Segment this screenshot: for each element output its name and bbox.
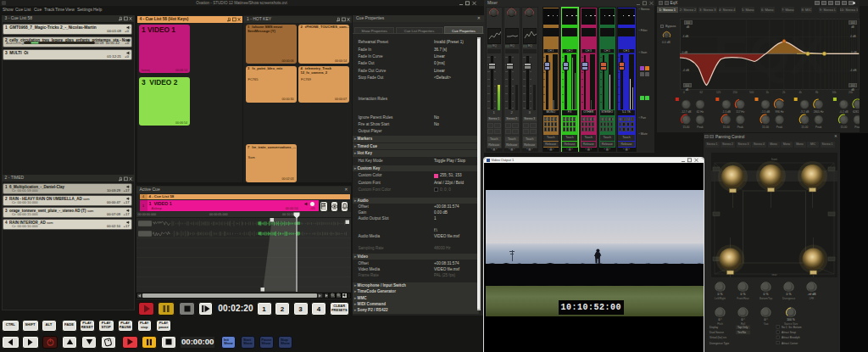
svg-text:-0.2 dB: -0.2 dB <box>839 110 848 114</box>
svg-text:15.00: 15.00 <box>801 126 808 129</box>
svg-text:Roll: Roll <box>740 322 745 326</box>
svg-text:Peak: Peak <box>815 126 822 129</box>
svg-text:No 2. Src Bottom: No 2. Src Bottom <box>782 326 802 329</box>
svg-text:front: front <box>771 158 777 161</box>
svg-text:2805 Hz: 2805 Hz <box>814 110 824 114</box>
svg-text:Source Size: Source Size <box>783 322 798 326</box>
svg-text:Pitch: Pitch <box>717 322 723 326</box>
svg-text:Yes/No: Yes/No <box>737 331 746 334</box>
svg-text:Virtual (far) src: Virtual (far) src <box>709 336 727 339</box>
svg-text:15.00: 15.00 <box>840 126 847 129</box>
svg-text:Peak: Peak <box>776 126 783 129</box>
svg-text:Display: Display <box>709 326 719 329</box>
svg-text:Peak: Peak <box>854 126 860 129</box>
svg-text:Yaw: Yaw <box>763 322 768 326</box>
svg-text:Peak: Peak <box>737 126 744 129</box>
svg-text:15.00: 15.00 <box>723 126 730 129</box>
svg-text:Attract Snap: Attract Snap <box>782 331 796 334</box>
svg-text:Bottom/Top: Bottom/Top <box>759 297 772 300</box>
svg-text:Attract Bisodiph: Attract Bisodiph <box>782 336 800 339</box>
svg-text:Left/Right: Left/Right <box>715 297 726 300</box>
svg-text:Divergence Type: Divergence Type <box>709 342 729 345</box>
svg-text:Front/Rear: Front/Rear <box>737 297 748 300</box>
svg-text:-1.5 dB: -1.5 dB <box>761 110 770 114</box>
svg-text:rear: rear <box>771 273 777 277</box>
svg-text:Dual Source: Dual Source <box>709 331 724 334</box>
svg-text:-12.7 dB: -12.7 dB <box>681 110 691 114</box>
svg-text:Attract Corner: Attract Corner <box>782 342 798 345</box>
svg-text:15.00: 15.00 <box>682 126 689 129</box>
svg-text:996 Hz: 996 Hz <box>775 110 784 114</box>
svg-text:Top Only: Top Only <box>737 326 748 329</box>
svg-text:117 Hz: 117 Hz <box>736 110 744 114</box>
svg-text:Divergence: Divergence <box>782 297 795 300</box>
svg-text:62 Hz: 62 Hz <box>697 110 704 114</box>
svg-text:-3.2 dB: -3.2 dB <box>800 110 809 114</box>
svg-text:-1.5 dB: -1.5 dB <box>722 110 731 114</box>
svg-text:LFE: LFE <box>809 297 814 300</box>
svg-text:6281 Hz: 6281 Hz <box>853 110 860 114</box>
svg-text:15.00: 15.00 <box>762 126 769 129</box>
svg-text:Peak: Peak <box>697 126 704 129</box>
